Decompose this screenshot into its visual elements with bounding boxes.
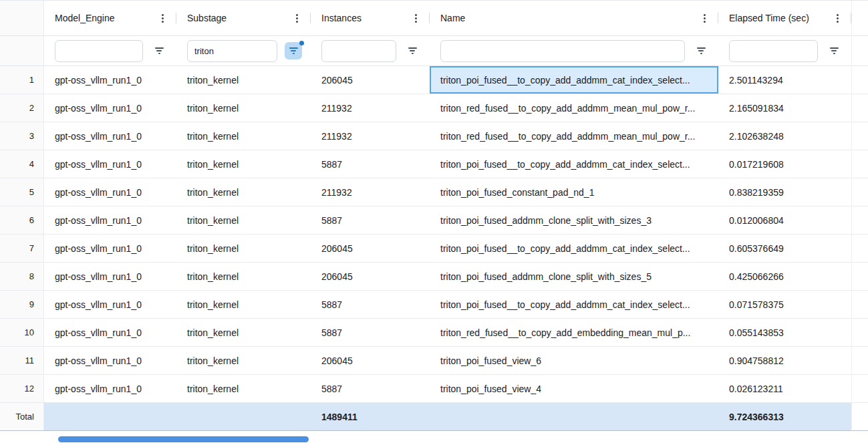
column-label: Model_Engine — [55, 13, 155, 23]
cell-name[interactable]: triton_poi_fused__to_copy_add_addmm_cat_… — [430, 150, 718, 178]
table-row: 7gpt-oss_vllm_run1_0triton_kernel206045t… — [0, 235, 868, 263]
column-header-name[interactable]: Name — [430, 1, 718, 35]
cell-model-engine[interactable]: gpt-oss_vllm_run1_0 — [44, 263, 176, 290]
column-menu-icon[interactable] — [697, 10, 712, 26]
cell-model-engine[interactable]: gpt-oss_vllm_run1_0 — [44, 150, 176, 178]
cell-instances[interactable]: 206045 — [311, 235, 430, 262]
row-number: 8 — [0, 263, 44, 290]
name-filter-input[interactable] — [440, 40, 685, 62]
cell-substage[interactable]: triton_kernel — [176, 263, 311, 290]
model-engine-filter-input[interactable] — [55, 40, 143, 62]
instances-filter-input[interactable] — [321, 40, 396, 62]
cell-name[interactable]: triton_poi_fused_constant_pad_nd_1 — [430, 178, 718, 206]
table-body: 1gpt-oss_vllm_run1_0triton_kernel206045t… — [0, 66, 868, 403]
cell-name[interactable]: triton_poi_fused_addmm_clone_split_with_… — [430, 206, 718, 234]
total-elapsed-value: 9.724366313 — [718, 403, 851, 430]
elapsed-time-filter-input[interactable] — [729, 40, 818, 62]
cell-substage[interactable]: triton_kernel — [176, 319, 311, 346]
filter-cell-elapsed-time — [718, 36, 851, 65]
cell-instances[interactable]: 211932 — [311, 94, 430, 122]
cell-model-engine[interactable]: gpt-oss_vllm_run1_0 — [44, 319, 176, 346]
cell-model-engine[interactable]: gpt-oss_vllm_run1_0 — [44, 235, 176, 262]
cell-instances[interactable]: 206045 — [311, 66, 430, 94]
column-label: Instances — [321, 13, 408, 23]
column-header-substage[interactable]: Substage — [176, 1, 311, 35]
cell-model-engine[interactable]: gpt-oss_vllm_run1_0 — [44, 291, 176, 318]
column-header-instances[interactable]: Instances — [311, 1, 430, 35]
cell-model-engine[interactable]: gpt-oss_vllm_run1_0 — [44, 66, 176, 94]
cell-name[interactable]: triton_poi_fused_addmm_clone_split_with_… — [430, 263, 718, 290]
column-menu-icon[interactable] — [830, 10, 845, 26]
cell-elapsed[interactable]: 0.017219608 — [718, 150, 851, 178]
cell-instances[interactable]: 211932 — [311, 122, 430, 150]
total-substage-cell — [176, 403, 311, 430]
horizontal-scrollbar-thumb[interactable] — [58, 436, 309, 442]
cell-model-engine[interactable]: gpt-oss_vllm_run1_0 — [44, 206, 176, 234]
cell-elapsed[interactable]: 2.501143294 — [718, 66, 851, 94]
cell-elapsed[interactable]: 0.838219359 — [718, 178, 851, 206]
cell-instances[interactable]: 5887 — [311, 206, 430, 234]
filter-menu-button[interactable] — [825, 42, 843, 59]
cell-elapsed[interactable]: 0.425066266 — [718, 263, 851, 290]
cell-elapsed[interactable]: 2.102638248 — [718, 122, 851, 150]
cell-model-engine[interactable]: gpt-oss_vllm_run1_0 — [44, 375, 176, 402]
cell-substage[interactable]: triton_kernel — [176, 375, 311, 402]
cell-model-engine[interactable]: gpt-oss_vllm_run1_0 — [44, 178, 176, 206]
filter-icon — [830, 47, 839, 54]
cell-elapsed[interactable]: 0.071578375 — [718, 291, 851, 318]
cell-substage[interactable]: triton_kernel — [176, 150, 311, 178]
table-row: 12gpt-oss_vllm_run1_0triton_kernel5887tr… — [0, 375, 868, 403]
filter-menu-button[interactable] — [150, 42, 168, 59]
cell-substage[interactable]: triton_kernel — [176, 291, 311, 318]
cell-elapsed[interactable]: 0.605376649 — [718, 235, 851, 262]
row-number: 2 — [0, 94, 44, 122]
column-header-model-engine[interactable]: Model_Engine — [44, 1, 176, 35]
column-menu-icon[interactable] — [289, 10, 304, 26]
cell-substage[interactable]: triton_kernel — [176, 122, 311, 150]
cell-name[interactable]: triton_poi_fused_view_6 — [430, 347, 718, 374]
cell-elapsed[interactable]: 0.012006804 — [718, 206, 851, 234]
cell-instances[interactable]: 5887 — [311, 319, 430, 346]
cell-name[interactable]: triton_poi_fused__to_copy_add_addmm_cat_… — [430, 235, 718, 262]
header-filler — [851, 1, 868, 35]
cell-name[interactable]: triton_red_fused__to_copy_add_addmm_mean… — [430, 94, 718, 122]
cell-model-engine[interactable]: gpt-oss_vllm_run1_0 — [44, 122, 176, 150]
total-row-main: 1489411 9.724366313 — [44, 403, 851, 430]
cell-name[interactable]: triton_poi_fused_view_4 — [430, 375, 718, 402]
cell-instances[interactable]: 5887 — [311, 375, 430, 402]
filter-menu-button-active[interactable] — [285, 42, 302, 59]
column-header-elapsed-time[interactable]: Elapsed Time (sec) — [718, 1, 851, 35]
cell-name[interactable]: triton_red_fused__to_copy_add_embedding_… — [430, 319, 718, 346]
cell-elapsed[interactable]: 0.904758812 — [718, 347, 851, 374]
cell-name[interactable]: triton_red_fused__to_copy_add_addmm_mean… — [430, 122, 718, 150]
substage-filter-input[interactable] — [187, 40, 277, 62]
cell-elapsed[interactable]: 2.165091834 — [718, 94, 851, 122]
cell-name[interactable]: triton_poi_fused__to_copy_add_addmm_cat_… — [430, 291, 718, 318]
cell-model-engine[interactable]: gpt-oss_vllm_run1_0 — [44, 347, 176, 374]
cell-substage[interactable]: triton_kernel — [176, 206, 311, 234]
filter-cell-name — [430, 36, 718, 65]
cell-substage[interactable]: triton_kernel — [176, 347, 311, 374]
total-row-filler — [851, 403, 868, 430]
filter-cell-substage — [176, 36, 311, 65]
cell-substage[interactable]: triton_kernel — [176, 235, 311, 262]
cell-instances[interactable]: 5887 — [311, 291, 430, 318]
cell-instances[interactable]: 206045 — [311, 347, 430, 374]
cell-substage[interactable]: triton_kernel — [176, 94, 311, 122]
cell-instances[interactable]: 5887 — [311, 150, 430, 178]
filter-menu-button[interactable] — [692, 42, 710, 59]
cell-instances[interactable]: 211932 — [311, 178, 430, 206]
cell-elapsed[interactable]: 0.055143853 — [718, 319, 851, 346]
table-row: 1gpt-oss_vllm_run1_0triton_kernel206045t… — [0, 66, 868, 94]
cell-elapsed[interactable]: 0.026123211 — [718, 375, 851, 402]
column-menu-icon[interactable] — [155, 10, 170, 26]
table-row: 5gpt-oss_vllm_run1_0triton_kernel211932t… — [0, 178, 868, 206]
cell-model-engine[interactable]: gpt-oss_vllm_run1_0 — [44, 94, 176, 122]
filter-menu-button[interactable] — [404, 42, 421, 59]
cell-substage[interactable]: triton_kernel — [176, 178, 311, 206]
column-label: Substage — [187, 13, 289, 23]
cell-substage[interactable]: triton_kernel — [176, 66, 311, 94]
cell-instances[interactable]: 206045 — [311, 263, 430, 290]
cell-name[interactable]: triton_poi_fused__to_copy_add_addmm_cat_… — [430, 66, 718, 94]
column-menu-icon[interactable] — [408, 10, 423, 26]
